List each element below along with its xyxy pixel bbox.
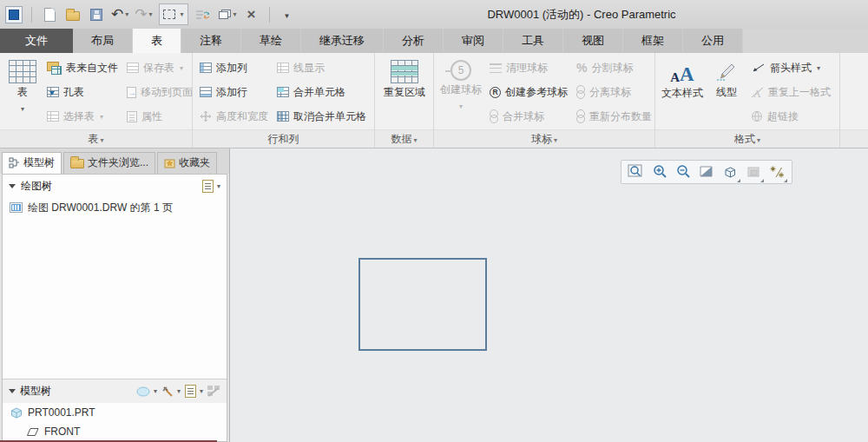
collapse-icon[interactable] xyxy=(9,184,16,188)
hyperlink-button[interactable]: 超链接 xyxy=(746,104,835,129)
add-column-button[interactable]: 添加列 xyxy=(195,56,273,80)
in-graphics-toolbar xyxy=(621,160,792,184)
add-row-button[interactable]: 添加行 xyxy=(195,80,273,104)
tab-tools[interactable]: 工具 xyxy=(503,29,563,53)
ribbon-group-rowcol: 添加列 添加行 高度和宽度 线显示 合并单元格 xyxy=(193,53,375,148)
create-ref-balloon-button[interactable]: 创建参考球标 xyxy=(485,80,572,104)
tab-strip: 布局 表 注释 草绘 继承迁移 分析 审阅 工具 视图 框架 公用 xyxy=(73,29,743,53)
regenerate-button[interactable] xyxy=(194,4,212,25)
table-from-file-icon xyxy=(47,62,62,75)
model-tree-settings-button[interactable] xyxy=(185,385,203,398)
qat-more-icon xyxy=(284,9,291,21)
collapse-icon[interactable] xyxy=(9,389,16,393)
merge-cells-button[interactable]: 合并单元格 xyxy=(273,80,371,104)
zoom-in-button[interactable] xyxy=(649,162,670,182)
zoom-in-icon xyxy=(652,164,668,180)
table-from-file-button[interactable]: 表来自文件 xyxy=(43,56,122,80)
close-window-button[interactable] xyxy=(243,4,260,25)
group-label-table[interactable]: 表 xyxy=(0,129,192,148)
model-tree-item-front[interactable]: FRONT xyxy=(3,422,227,441)
ribbon: 表 表来自文件 孔表 选择表 保 xyxy=(0,53,868,148)
repeat-region-button[interactable]: 重复区域 xyxy=(380,56,429,98)
model-tree-item-part[interactable]: PRT0001.PRT xyxy=(3,403,227,422)
create-balloon-button[interactable]: 5 创建球标 xyxy=(437,56,485,111)
tab-favorites[interactable]: 收藏夹 xyxy=(157,152,217,174)
regenerate-icon xyxy=(195,9,210,21)
tab-table[interactable]: 表 xyxy=(133,29,181,53)
named-views-button[interactable] xyxy=(743,162,764,182)
hole-table-button[interactable]: 孔表 xyxy=(43,80,122,104)
datum-display-button[interactable] xyxy=(766,162,787,182)
selection-filter-button[interactable] xyxy=(159,3,188,25)
open-file-button[interactable] xyxy=(64,4,82,25)
group-label-balloon[interactable]: 球标 xyxy=(434,129,654,148)
redo-button[interactable] xyxy=(135,4,152,25)
properties-button[interactable]: 属性 xyxy=(122,104,197,129)
tools-icon xyxy=(161,386,174,397)
tab-sketch[interactable]: 草绘 xyxy=(241,29,301,53)
merge-balloons-button[interactable]: 合并球标 xyxy=(485,104,572,129)
selection-filter-icon xyxy=(163,10,175,19)
tab-common[interactable]: 公用 xyxy=(683,29,743,53)
tab-review[interactable]: 审阅 xyxy=(444,29,503,53)
tab-annotate[interactable]: 注释 xyxy=(181,29,241,53)
detach-balloons-button[interactable]: 分离球标 xyxy=(572,80,656,104)
arrow-style-button[interactable]: 箭头样式 xyxy=(746,56,835,80)
line-style-button[interactable]: 线型 xyxy=(707,56,746,98)
drawing-table-outline[interactable] xyxy=(358,258,487,351)
model-tree-showhide-button[interactable] xyxy=(207,386,220,397)
model-tree-tools-button[interactable] xyxy=(161,386,181,397)
redistribute-qty-button[interactable]: 重新分布数量 xyxy=(572,104,656,129)
unmerge-cells-button[interactable]: 取消合并单元格 xyxy=(273,104,371,129)
refit-icon xyxy=(699,165,714,179)
detach-balloons-icon xyxy=(576,85,585,99)
tab-view[interactable]: 视图 xyxy=(563,29,623,53)
model-tree-filter-button[interactable] xyxy=(136,386,157,397)
saved-orientations-icon xyxy=(722,165,738,180)
split-balloons-button[interactable]: 分割球标 xyxy=(572,56,656,80)
window-cascade-button[interactable] xyxy=(218,4,237,25)
refit-button[interactable] xyxy=(696,162,717,182)
tab-analysis[interactable]: 分析 xyxy=(384,29,444,53)
drawing-tree-settings-button[interactable] xyxy=(202,180,220,193)
clean-balloons-button[interactable]: 清理球标 xyxy=(485,56,572,80)
text-style-button[interactable]: AA 文本样式 xyxy=(658,56,707,99)
tab-file[interactable]: 文件 xyxy=(0,29,73,53)
divider xyxy=(269,7,270,23)
tab-model-tree[interactable]: 模型树 xyxy=(2,152,62,174)
app-menu-button[interactable] xyxy=(5,4,23,25)
line-display-button[interactable]: 线显示 xyxy=(273,56,371,80)
drawing-canvas[interactable] xyxy=(230,148,868,442)
drawing-tree-item[interactable]: 绘图 DRW0001.DRW 的第 1 页 xyxy=(3,198,227,217)
reference-balloon-icon xyxy=(490,87,501,98)
repeat-last-format-button[interactable]: A 重复上一格式 xyxy=(746,80,835,104)
save-button[interactable] xyxy=(88,4,105,25)
app-window-icon xyxy=(5,6,23,23)
tab-layout[interactable]: 布局 xyxy=(73,29,133,53)
model-tree-header: 模型树 xyxy=(3,379,227,403)
tab-framework[interactable]: 框架 xyxy=(623,29,683,53)
qat-customize-button[interactable] xyxy=(279,4,296,25)
group-label-format[interactable]: 格式 xyxy=(655,129,839,148)
new-file-button[interactable] xyxy=(41,4,58,25)
save-table-icon xyxy=(127,63,139,73)
undo-button[interactable] xyxy=(111,4,128,25)
table-button[interactable]: 表 xyxy=(3,56,43,114)
saved-orientations-button[interactable] xyxy=(720,162,740,182)
height-width-button[interactable]: 高度和宽度 xyxy=(195,104,273,129)
select-table-button[interactable]: 选择表 xyxy=(43,104,122,129)
group-label-rowcol[interactable]: 行和列 xyxy=(193,129,374,148)
tab-folder-browser[interactable]: 文件夹浏览... xyxy=(63,152,155,174)
hole-table-icon xyxy=(47,87,59,97)
text-style-icon: AA xyxy=(670,60,694,84)
save-table-button[interactable]: 保存表 xyxy=(122,56,197,80)
tab-legacy-migration[interactable]: 继承迁移 xyxy=(301,29,384,53)
group-label-data[interactable]: 数据 xyxy=(375,129,433,148)
quick-access-toolbar xyxy=(5,3,296,25)
zoom-out-button[interactable] xyxy=(673,162,694,182)
move-to-page-button[interactable]: 移动到页面 xyxy=(122,80,197,104)
tree-options-icon xyxy=(185,385,196,398)
zoom-selection-button[interactable] xyxy=(626,162,647,182)
chevron-down-icon xyxy=(21,102,24,114)
ribbon-group-data: 重复区域 数据 xyxy=(375,53,434,148)
